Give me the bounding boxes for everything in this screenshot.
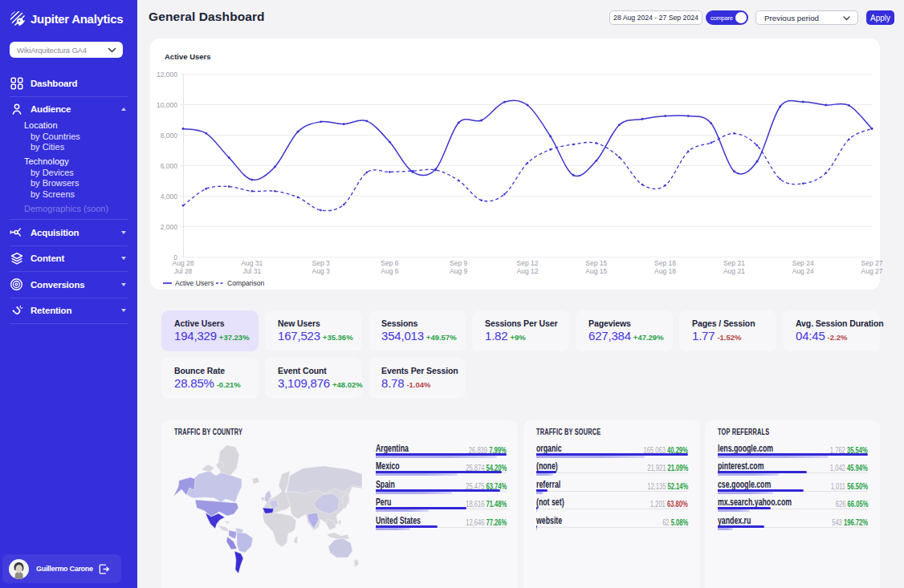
svg-text:Sep 21: Sep 21 xyxy=(723,259,745,267)
svg-text:Aug 28: Aug 28 xyxy=(173,259,194,267)
svg-text:Sep 18: Sep 18 xyxy=(654,259,676,267)
svg-text:Jul 28: Jul 28 xyxy=(174,267,193,275)
svg-text:6,000: 6,000 xyxy=(161,162,178,170)
svg-text:8,000: 8,000 xyxy=(161,132,178,140)
svg-text:Aug 15: Aug 15 xyxy=(585,267,607,275)
svg-text:Active Users: Active Users xyxy=(165,52,211,61)
svg-text:Aug 3: Aug 3 xyxy=(312,267,329,275)
svg-text:Aug 18: Aug 18 xyxy=(654,267,676,275)
svg-text:Sep 27: Sep 27 xyxy=(861,259,883,267)
svg-text:Sep 3: Sep 3 xyxy=(312,259,329,267)
svg-text:Aug 27: Aug 27 xyxy=(861,267,883,275)
svg-text:Comparison: Comparison xyxy=(227,279,265,287)
svg-text:Sep 15: Sep 15 xyxy=(585,259,607,267)
svg-text:12,000: 12,000 xyxy=(157,71,177,79)
svg-text:Aug 9: Aug 9 xyxy=(450,267,467,275)
svg-text:4,000: 4,000 xyxy=(161,193,178,201)
svg-text:Sep 6: Sep 6 xyxy=(381,259,398,267)
svg-text:Aug 31: Aug 31 xyxy=(241,259,263,267)
svg-text:Sep 12: Sep 12 xyxy=(517,259,539,267)
svg-text:Aug 6: Aug 6 xyxy=(381,267,398,275)
svg-text:Jul 31: Jul 31 xyxy=(242,267,261,275)
svg-text:Sep 24: Sep 24 xyxy=(792,259,814,267)
svg-text:Sep 9: Sep 9 xyxy=(450,259,467,267)
svg-text:Aug 12: Aug 12 xyxy=(517,267,539,275)
svg-text:10,000: 10,000 xyxy=(157,101,177,109)
svg-text:Aug 24: Aug 24 xyxy=(792,267,814,275)
svg-text:Aug 21: Aug 21 xyxy=(723,267,745,275)
svg-text:2,000: 2,000 xyxy=(161,223,178,231)
svg-text:Active Users: Active Users xyxy=(175,279,214,287)
